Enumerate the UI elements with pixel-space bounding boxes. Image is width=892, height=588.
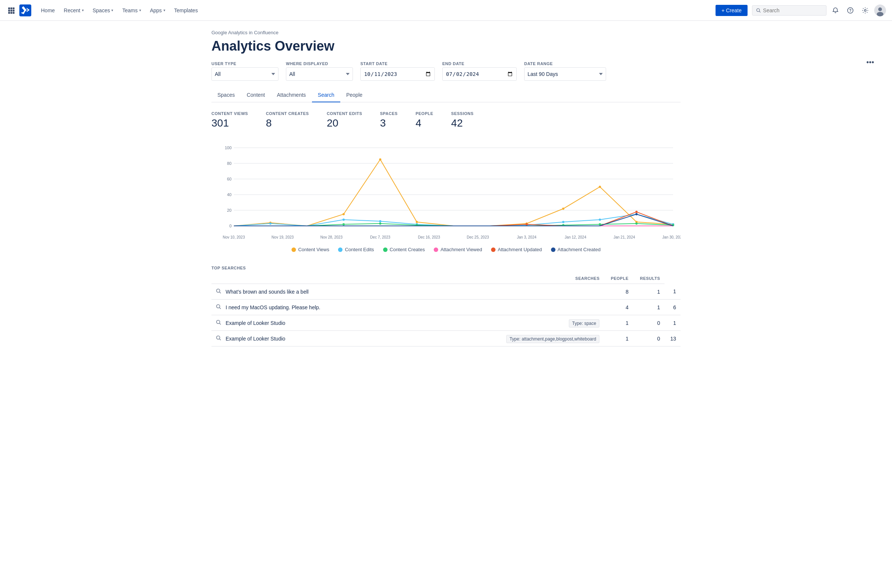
- svg-text:Jan 30, 2024: Jan 30, 2024: [662, 235, 680, 239]
- svg-text:Dec 16, 2023: Dec 16, 2023: [418, 235, 440, 239]
- search-query-cell: Example of Looker Studio: [212, 331, 493, 346]
- svg-text:Nov 10, 2023: Nov 10, 2023: [223, 235, 245, 239]
- svg-rect-7: [11, 12, 12, 14]
- nav-home[interactable]: Home: [37, 5, 59, 16]
- svg-point-72: [217, 320, 220, 324]
- spaces-chevron-icon: ▾: [111, 8, 113, 12]
- stat-sessions: SESSIONS42: [451, 111, 473, 129]
- top-searches-section: TOP SEARCHES SEARCHESPEOPLERESULTS What'…: [212, 261, 680, 346]
- search-query-cell: I need my MacOS updating. Please help.: [212, 300, 493, 315]
- svg-text:Nov 28, 2023: Nov 28, 2023: [320, 235, 342, 239]
- svg-text:Nov 19, 2023: Nov 19, 2023: [272, 235, 294, 239]
- user-avatar[interactable]: [874, 4, 886, 16]
- results-cell: 13: [665, 331, 680, 346]
- svg-point-16: [878, 8, 882, 11]
- svg-rect-5: [13, 10, 15, 12]
- legend-content-edits: Content Edits: [338, 247, 374, 252]
- svg-point-70: [217, 305, 220, 308]
- date-range-filter: DATE RANGE Last 7 Days Last 30 Days Last…: [524, 62, 606, 81]
- col-PEOPLE: PEOPLE: [604, 273, 633, 284]
- stat-spaces: SPACES3: [380, 111, 398, 129]
- nav-apps[interactable]: Apps ▾: [146, 5, 169, 16]
- svg-point-10: [757, 9, 760, 12]
- more-button[interactable]: •••: [863, 57, 877, 68]
- svg-point-41: [342, 213, 345, 216]
- recent-chevron-icon: ▾: [82, 8, 84, 12]
- end-date-input[interactable]: [442, 68, 517, 81]
- stat-content-edits: CONTENT EDITS20: [327, 111, 362, 129]
- nav-recent[interactable]: Recent ▾: [60, 5, 87, 16]
- svg-text:60: 60: [227, 177, 231, 181]
- svg-rect-8: [13, 12, 15, 14]
- type-badge-cell: Type: space: [493, 315, 604, 331]
- searches-cell: 1: [604, 331, 633, 346]
- tab-spaces[interactable]: Spaces: [212, 88, 241, 102]
- stats-row: CONTENT VIEWS301CONTENT CREATES8CONTENT …: [212, 111, 680, 135]
- tab-search[interactable]: Search: [312, 88, 340, 102]
- svg-rect-1: [11, 8, 12, 9]
- search-row-icon: [216, 320, 221, 326]
- svg-point-68: [217, 289, 220, 292]
- create-button[interactable]: + Create: [716, 5, 748, 16]
- start-date-input[interactable]: [360, 68, 435, 81]
- search-box[interactable]: [752, 5, 826, 16]
- svg-line-11: [760, 11, 761, 12]
- legend-attachment-updated: Attachment Updated: [491, 247, 542, 252]
- user-type-filter: USER TYPE All Internal External: [212, 62, 278, 81]
- svg-point-42: [379, 159, 381, 161]
- confluence-logo[interactable]: [20, 4, 31, 16]
- legend-attachment-created: Attachment Created: [551, 247, 601, 252]
- tab-people[interactable]: People: [340, 88, 369, 102]
- where-displayed-filter: WHERE DISPLAYED All Sidebar Content: [286, 62, 353, 81]
- filters-section: USER TYPE All Internal External WHERE DI…: [212, 62, 680, 81]
- chart-container: 020406080100Nov 10, 2023Nov 19, 2023Nov …: [212, 144, 680, 241]
- svg-point-43: [416, 221, 418, 223]
- nav-templates[interactable]: Templates: [171, 5, 202, 16]
- svg-point-74: [217, 336, 220, 339]
- svg-text:80: 80: [227, 161, 231, 166]
- svg-line-75: [220, 339, 221, 340]
- start-date-filter: START DATE: [360, 62, 435, 81]
- top-searches-table: SEARCHESPEOPLERESULTS What's brown and s…: [212, 273, 680, 346]
- search-query-cell: Example of Looker Studio: [212, 315, 493, 331]
- searches-cell: 4: [604, 300, 633, 315]
- search-input[interactable]: [763, 8, 822, 14]
- help-button[interactable]: ?: [844, 4, 856, 16]
- people-cell: 0: [633, 331, 665, 346]
- svg-text:20: 20: [227, 208, 231, 213]
- chart-legend: Content ViewsContent EditsContent Create…: [212, 247, 680, 252]
- breadcrumb[interactable]: Google Analytics in Confluence: [212, 30, 680, 35]
- grid-icon[interactable]: [6, 5, 17, 16]
- nav-spaces[interactable]: Spaces ▾: [89, 5, 117, 16]
- svg-point-45: [562, 208, 565, 210]
- type-badge-cell: Type: attachment,page,blogpost,whiteboar…: [493, 331, 604, 346]
- date-range-select[interactable]: Last 7 Days Last 30 Days Last 90 Days La…: [524, 68, 606, 81]
- svg-point-58: [342, 223, 345, 225]
- svg-point-63: [635, 222, 638, 225]
- nav-teams[interactable]: Teams ▾: [119, 5, 144, 16]
- svg-rect-3: [8, 10, 10, 12]
- top-searches-title: TOP SEARCHES: [212, 261, 680, 273]
- tab-attachments[interactable]: Attachments: [271, 88, 312, 102]
- svg-point-67: [635, 213, 638, 216]
- people-cell: 0: [633, 315, 665, 331]
- notifications-button[interactable]: [829, 4, 841, 16]
- svg-rect-6: [8, 12, 10, 14]
- legend-content-creates: Content Creates: [383, 247, 425, 252]
- search-icon: [756, 8, 761, 13]
- svg-point-55: [599, 219, 601, 220]
- user-type-select[interactable]: All Internal External: [212, 68, 278, 81]
- stat-content-views: CONTENT VIEWS301: [212, 111, 248, 129]
- stat-content-creates: CONTENT CREATES8: [266, 111, 309, 129]
- svg-point-62: [599, 223, 601, 225]
- search-row-icon: [216, 304, 221, 310]
- svg-rect-4: [11, 10, 12, 12]
- where-displayed-select[interactable]: All Sidebar Content: [286, 68, 353, 81]
- results-cell: 1: [665, 284, 680, 300]
- tab-content[interactable]: Content: [241, 88, 271, 102]
- nav-bar: Home Recent ▾ Spaces ▾ Teams ▾ Apps ▾ Te…: [0, 0, 892, 21]
- settings-button[interactable]: [859, 4, 871, 16]
- table-row: Example of Looker StudioType: space101: [212, 315, 680, 331]
- svg-point-59: [379, 222, 381, 225]
- results-cell: 1: [665, 315, 680, 331]
